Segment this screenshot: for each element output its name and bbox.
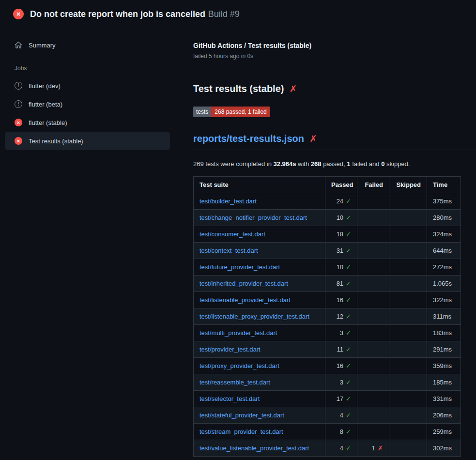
time-value: 322ms — [427, 292, 461, 308]
passed-cell: 4✓ — [325, 407, 357, 424]
home-icon — [15, 41, 22, 49]
table-row: test/stream_provider_test.dart 8✓ 259ms — [194, 424, 461, 440]
table-row: test/future_provider_test.dart 10✓ 272ms — [194, 259, 461, 276]
passed-cell: 10✓ — [325, 210, 357, 226]
failed-cell — [357, 407, 389, 424]
check-icon: ✓ — [346, 428, 351, 435]
passed-cell: 12✓ — [325, 308, 357, 325]
time-value: 302ms — [427, 440, 461, 457]
summary-passed-count: 268 — [311, 160, 322, 168]
table-row: test/inherited_provider_test.dart 81✓ 1.… — [194, 276, 461, 292]
passed-cell: 24✓ — [325, 193, 357, 210]
build-failed-icon: × — [13, 9, 24, 19]
suite-link[interactable]: test/stateful_provider_test.dart — [200, 412, 284, 419]
check-icon: ✓ — [346, 313, 351, 320]
suite-link[interactable]: test/listenable_proxy_provider_test.dart — [200, 313, 309, 320]
skipped-cell — [389, 424, 427, 440]
suite-link[interactable]: test/builder_test.dart — [200, 198, 257, 205]
passed-count: 10 — [337, 214, 343, 221]
passed-count: 3 — [340, 329, 343, 337]
summary-line: 269 tests were completed in 32.964s with… — [193, 160, 476, 168]
suite-link[interactable]: test/provider_test.dart — [200, 346, 261, 353]
results-table: Test suite Passed Failed Skipped Time te… — [193, 176, 461, 457]
time-value: 644ms — [427, 243, 461, 259]
passed-cell: 16✓ — [325, 292, 357, 308]
col-failed: Failed — [357, 177, 389, 193]
time-value: 311ms — [427, 308, 461, 325]
suite-link[interactable]: test/change_notifier_provider_test.dart — [200, 214, 307, 221]
table-row: test/provider_test.dart 11✓ 291ms — [194, 341, 461, 358]
passed-count: 11 — [337, 346, 344, 353]
check-icon: ✓ — [346, 280, 351, 287]
suite-link[interactable]: test/proxy_provider_test.dart — [200, 362, 279, 369]
suite-link[interactable]: test/multi_provider_test.dart — [200, 329, 277, 337]
sidebar-item-summary[interactable]: Summary — [5, 36, 170, 54]
suite-link[interactable]: test/stream_provider_test.dart — [200, 428, 283, 435]
failed-cell — [357, 292, 389, 308]
table-row: test/proxy_provider_test.dart 16✓ 359ms — [194, 358, 461, 374]
table-row: test/selector_test.dart 17✓ 331ms — [194, 391, 461, 407]
job-label: flutter (beta) — [29, 101, 62, 108]
time-value: 291ms — [427, 341, 461, 358]
summary-text: failed and — [351, 160, 382, 168]
time-value: 183ms — [427, 325, 461, 341]
table-row: test/listenable_proxy_provider_test.dart… — [194, 308, 461, 325]
check-run-title: Test results (stable) ✗ — [193, 83, 476, 94]
build-header: × Do not create report when job is cance… — [0, 0, 476, 27]
suite-link[interactable]: test/selector_test.dart — [200, 395, 260, 402]
badge-value: 268 passed, 1 failed — [211, 107, 270, 117]
table-row: test/reassemble_test.dart 3✓ 185ms — [194, 374, 461, 391]
x-circle-icon: × — [15, 137, 22, 145]
skipped-cell — [389, 226, 427, 243]
suite-link[interactable]: test/future_provider_test.dart — [200, 263, 280, 271]
suite-link[interactable]: test/consumer_test.dart — [200, 230, 265, 238]
passed-cell: 3✓ — [325, 374, 357, 391]
sidebar-job-item[interactable]: ! flutter (beta) — [5, 95, 170, 113]
failed-cell: 1✗ — [357, 440, 389, 457]
sidebar-job-item[interactable]: × flutter (stable) — [5, 113, 170, 132]
suite-link[interactable]: test/context_test.dart — [200, 247, 258, 254]
suite-link[interactable]: test/value_listenable_provider_test.dart — [200, 445, 309, 452]
jobs-section-label: Jobs — [5, 54, 175, 77]
sidebar-job-item[interactable]: ! flutter (dev) — [5, 77, 170, 95]
passed-count: 81 — [337, 280, 343, 287]
time-value: 280ms — [427, 210, 461, 226]
passed-cell: 18✓ — [325, 226, 357, 243]
warning-circle-icon: ! — [15, 100, 22, 108]
skipped-cell — [389, 276, 427, 292]
check-icon: ✓ — [346, 296, 351, 304]
table-row: test/context_test.dart 31✓ 644ms — [194, 243, 461, 259]
table-row: test/change_notifier_provider_test.dart … — [194, 210, 461, 226]
suite-link[interactable]: test/listenable_provider_test.dart — [200, 296, 291, 304]
failed-cell — [357, 276, 389, 292]
report-title: reports/test-results.json ✗ — [193, 133, 476, 150]
summary-failed-count: 1 — [347, 160, 350, 168]
passed-count: 16 — [337, 296, 343, 304]
check-icon: ✓ — [346, 230, 351, 238]
results-table-body: test/builder_test.dart 24✓ 375ms test/ch… — [194, 193, 461, 457]
skipped-cell — [389, 358, 427, 374]
time-value: 359ms — [427, 358, 461, 374]
failed-cell — [357, 210, 389, 226]
jobs-list: ! flutter (dev) ! flutter (beta) × flutt… — [5, 77, 175, 150]
report-file-link[interactable]: reports/test-results.json — [193, 133, 304, 144]
job-label: flutter (dev) — [29, 82, 61, 90]
failed-cell — [357, 391, 389, 407]
breadcrumb: GitHub Actions / Test results (stable) — [193, 42, 476, 49]
passed-count: 3 — [340, 379, 343, 386]
check-icon: ✓ — [346, 198, 351, 205]
check-icon: ✓ — [346, 247, 351, 254]
failed-x-icon: ✗ — [309, 134, 317, 143]
check-icon: ✓ — [346, 395, 351, 402]
skipped-cell — [389, 407, 427, 424]
passed-count: 10 — [337, 263, 343, 271]
check-icon: ✓ — [346, 379, 351, 386]
sidebar-job-item[interactable]: × Test results (stable) — [5, 132, 170, 150]
failed-cell — [357, 341, 389, 358]
suite-link[interactable]: test/reassemble_test.dart — [200, 379, 270, 386]
skipped-cell — [389, 243, 427, 259]
suite-link[interactable]: test/inherited_provider_test.dart — [200, 280, 288, 287]
passed-cell: 8✓ — [325, 424, 357, 440]
summary-text: skipped. — [384, 160, 410, 168]
skipped-cell — [389, 292, 427, 308]
